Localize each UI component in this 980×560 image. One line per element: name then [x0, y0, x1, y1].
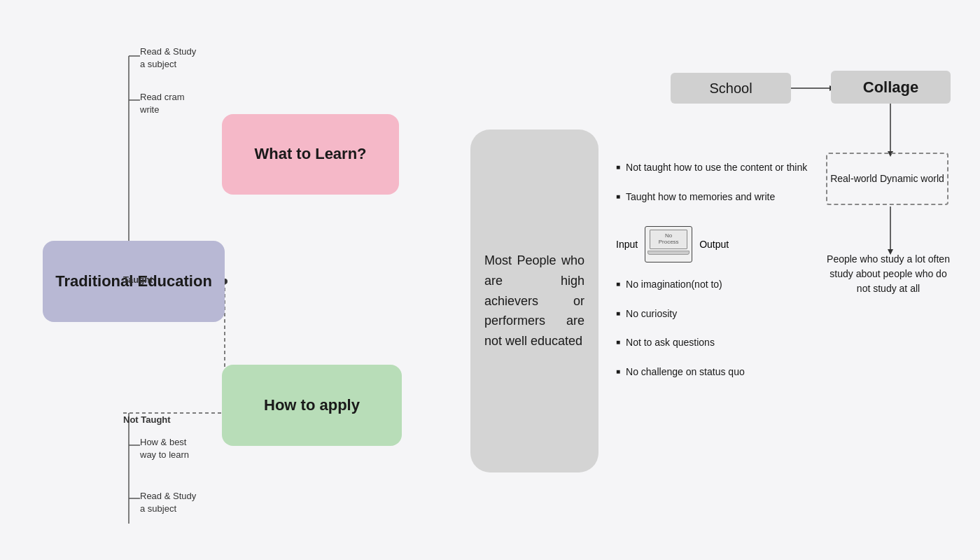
bullet-list: Not taught how to use the content or thi… — [616, 161, 819, 395]
output-label: Output — [699, 239, 729, 250]
branch-read-study-2: Read & Studya subject — [140, 490, 196, 515]
not-taught-label: Not Taught — [123, 414, 171, 425]
branch-read-study-1: Read & Studya subject — [140, 46, 196, 71]
bullet-4: No curiosity — [616, 307, 819, 321]
collage-node: Collage — [831, 71, 951, 104]
center-card: Most People who are high achievers or pe… — [470, 130, 598, 472]
real-world-node: Real-world Dynamic world — [826, 153, 948, 205]
branch-read-cram: Read cramwrite — [140, 91, 185, 116]
how-to-apply-node: How to apply — [222, 365, 402, 446]
bullet-5: Not to ask questions — [616, 336, 819, 350]
people-study-text: People who study a lot often study about… — [826, 252, 951, 296]
bullet-6: No challenge on status quo — [616, 365, 819, 379]
what-to-learn-node: What to Learn? — [222, 114, 399, 195]
laptop-icon: NoProcess — [645, 226, 692, 262]
laptop-base — [648, 251, 689, 255]
branch-how-best: How & bestway to learn — [140, 436, 189, 461]
bullet-2: Taught how to memories and write — [616, 190, 819, 204]
canvas: Traditional Education What to Learn? How… — [0, 0, 980, 560]
bullet-1: Not taught how to use the content or thi… — [616, 161, 819, 175]
bullet-3: No imagination(not to) — [616, 278, 819, 292]
input-label: Input — [616, 239, 638, 250]
laptop-screen: NoProcess — [650, 230, 687, 249]
school-node: School — [671, 73, 791, 104]
io-row: Input NoProcess Output — [616, 226, 819, 262]
taught-label: Taught — [123, 274, 153, 285]
